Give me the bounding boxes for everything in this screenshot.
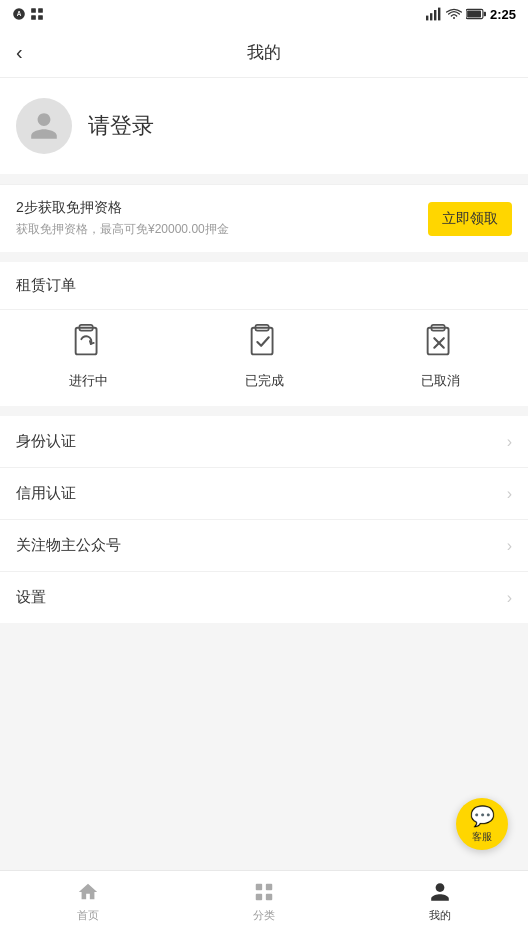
status-left-icons: A [12,7,44,21]
svg-rect-6 [426,16,428,21]
svg-rect-9 [438,8,440,21]
category-icon [252,880,276,904]
mine-tab-label: 我的 [429,908,451,923]
back-button[interactable]: ‹ [16,41,23,64]
claim-button[interactable]: 立即领取 [428,202,512,236]
mine-icon [428,880,452,904]
svg-rect-4 [31,15,36,20]
order-cancelled[interactable]: 已取消 [352,320,528,390]
svg-rect-12 [484,12,486,17]
menu-item-settings[interactable]: 设置 › [0,572,528,623]
follow-label: 关注物主公众号 [16,536,121,555]
credit-label: 信用认证 [16,484,76,503]
orders-section-header: 租赁订单 [0,262,528,310]
order-completed[interactable]: 已完成 [176,320,352,390]
settings-label: 设置 [16,588,46,607]
deposit-banner: 2步获取免押资格 获取免押资格，最高可免¥20000.00押金 立即领取 [0,184,528,252]
header: ‹ 我的 [0,28,528,78]
svg-rect-3 [38,8,43,13]
svg-rect-21 [256,884,262,890]
cancelled-label: 已取消 [421,372,460,390]
category-tab-label: 分类 [253,908,275,923]
battery-icon [466,8,486,20]
chat-icon: 💬 [470,804,495,828]
menu-item-identity[interactable]: 身份认证 › [0,416,528,468]
svg-rect-15 [252,328,273,355]
identity-label: 身份认证 [16,432,76,451]
svg-rect-7 [430,13,432,20]
menu-list: 身份认证 › 信用认证 › 关注物主公众号 › 设置 › [0,416,528,623]
chevron-right-icon-4: › [507,589,512,607]
status-right-icons: 2:25 [426,7,516,22]
deposit-title: 2步获取免押资格 [16,199,229,217]
app-icon [30,7,44,21]
tab-bar: 首页 分类 我的 [0,870,528,940]
svg-rect-2 [31,8,36,13]
deposit-subtitle: 获取免押资格，最高可免¥20000.00押金 [16,221,229,238]
time-display: 2:25 [490,7,516,22]
deposit-info: 2步获取免押资格 获取免押资格，最高可免¥20000.00押金 [16,199,229,238]
profile-section[interactable]: 请登录 [0,78,528,174]
svg-text:A: A [17,10,22,17]
customer-service-label: 客服 [472,830,492,844]
home-tab-label: 首页 [77,908,99,923]
avatar[interactable] [16,98,72,154]
chevron-right-icon: › [507,433,512,451]
page-title: 我的 [247,41,281,64]
status-bar: A 2:25 [0,0,528,28]
notification-icon: A [12,7,26,21]
menu-item-credit[interactable]: 信用认证 › [0,468,528,520]
customer-service-button[interactable]: 💬 客服 [456,798,508,850]
orders-section: 租赁订单 进行中 已完成 [0,262,528,406]
svg-rect-11 [467,11,481,18]
home-icon [76,880,100,904]
completed-icon [242,320,286,364]
svg-rect-13 [76,328,97,355]
in-progress-icon [66,320,110,364]
tab-mine[interactable]: 我的 [352,880,528,931]
cancelled-icon [418,320,462,364]
menu-item-follow[interactable]: 关注物主公众号 › [0,520,528,572]
login-prompt[interactable]: 请登录 [88,111,154,141]
svg-rect-24 [266,894,272,900]
signal-icon [426,7,442,21]
svg-rect-8 [434,10,436,20]
svg-rect-23 [256,894,262,900]
wifi-icon [446,7,462,21]
avatar-icon [28,110,60,142]
in-progress-label: 进行中 [69,372,108,390]
completed-label: 已完成 [245,372,284,390]
chevron-right-icon-2: › [507,485,512,503]
orders-grid: 进行中 已完成 已取消 [0,310,528,406]
svg-rect-5 [38,15,43,20]
svg-rect-22 [266,884,272,890]
chevron-right-icon-3: › [507,537,512,555]
tab-category[interactable]: 分类 [176,880,352,931]
order-in-progress[interactable]: 进行中 [0,320,176,390]
tab-home[interactable]: 首页 [0,880,176,931]
